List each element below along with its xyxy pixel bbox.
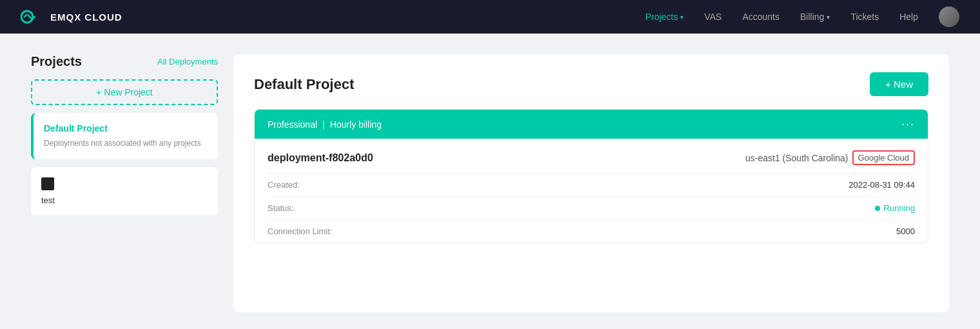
- created-label: Created:: [268, 180, 300, 190]
- new-project-button[interactable]: + New Project: [31, 79, 218, 105]
- deployment-card-body: deployment-f802a0d0 us-east1 (South Caro…: [255, 139, 928, 243]
- nav-accounts[interactable]: Accounts: [742, 12, 779, 22]
- page-title: Default Project: [254, 76, 354, 93]
- connection-value: 5000: [896, 226, 915, 236]
- sidebar-item-test[interactable]: test: [31, 167, 218, 215]
- status-dot-icon: [875, 206, 880, 211]
- test-project-icon: [41, 177, 54, 190]
- nav-tickets[interactable]: Tickets: [850, 12, 879, 22]
- test-project-label: test: [41, 195, 208, 205]
- chevron-down-icon: ▾: [680, 14, 683, 21]
- created-value: 2022-08-31 09:44: [848, 180, 915, 190]
- brand-name: EMQX CLOUD: [50, 12, 122, 23]
- card-menu-button[interactable]: ···: [901, 117, 915, 131]
- sidebar-item-default-project[interactable]: Default Project Deployments not associat…: [31, 113, 218, 159]
- brand: EMQX CLOUD: [21, 10, 122, 24]
- deployment-card-header: Professional | Hourly billing ···: [255, 110, 928, 139]
- connection-row: Connection Limit: 5000: [268, 220, 915, 243]
- deployment-region-text: us-east1 (South Carolina): [745, 153, 848, 163]
- svg-point-0: [21, 11, 33, 23]
- sidebar-header: Projects All Deployments: [31, 54, 218, 69]
- chevron-down-icon: ▾: [827, 14, 830, 21]
- created-row: Created: 2022-08-31 09:44: [268, 174, 915, 197]
- deployment-card: Professional | Hourly billing ··· deploy…: [254, 109, 928, 243]
- status-row: Status: Running: [268, 197, 915, 220]
- sidebar: Projects All Deployments + New Project D…: [31, 54, 218, 312]
- cloud-provider-badge: Google Cloud: [852, 150, 916, 165]
- panel-header: Default Project + New: [254, 72, 928, 96]
- all-deployments-link[interactable]: All Deployments: [157, 57, 218, 66]
- nav-billing[interactable]: Billing ▾: [800, 12, 830, 22]
- brand-icon: [21, 10, 44, 24]
- status-value: Running: [875, 203, 915, 213]
- deployment-name: deployment-f802a0d0: [268, 152, 373, 164]
- deployment-plan-info: Professional | Hourly billing: [268, 119, 382, 130]
- nav-projects[interactable]: Projects ▾: [645, 12, 684, 22]
- separator: |: [322, 119, 325, 130]
- nav-help[interactable]: Help: [899, 12, 918, 22]
- sidebar-item-title: Default Project: [44, 123, 208, 134]
- deployment-region: us-east1 (South Carolina) Google Cloud: [745, 150, 915, 165]
- nav-vas[interactable]: VAS: [704, 12, 721, 22]
- connection-label: Connection Limit:: [268, 226, 332, 236]
- deployment-name-row: deployment-f802a0d0 us-east1 (South Caro…: [268, 139, 915, 174]
- deployment-billing: Hourly billing: [330, 119, 382, 130]
- new-deployment-button[interactable]: + New: [870, 72, 928, 96]
- avatar-image: [939, 6, 959, 27]
- deployment-plan: Professional: [268, 119, 317, 130]
- main-content: Projects All Deployments + New Project D…: [0, 34, 980, 329]
- navbar: EMQX CLOUD Projects ▾ VAS Accounts Billi…: [0, 0, 980, 34]
- navbar-links: Projects ▾ VAS Accounts Billing ▾ Ticket…: [645, 6, 959, 27]
- sidebar-title: Projects: [31, 54, 82, 69]
- avatar[interactable]: [939, 6, 959, 27]
- main-panel: Default Project + New Professional | Hou…: [233, 54, 949, 312]
- status-label: Status:: [268, 203, 293, 213]
- sidebar-item-desc: Deployments not associated with any proj…: [44, 137, 208, 149]
